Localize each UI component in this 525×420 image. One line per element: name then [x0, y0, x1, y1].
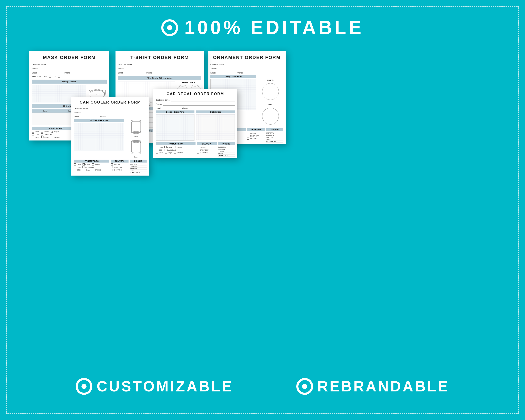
- cardecal-cod-row: COD Credit Card: [156, 149, 196, 151]
- cardecal-shipping-cb[interactable]: [197, 152, 199, 154]
- cancooler-etsy-cb[interactable]: [74, 169, 76, 171]
- cancooler-etsy-row: ETSY Stripe OTHER: [74, 169, 109, 171]
- cardecal-pickup-label: PICKUP: [200, 146, 206, 148]
- customizable-icon: [75, 378, 92, 395]
- cardecal-subtotal-row: SUBTOTAL: [218, 146, 235, 148]
- ornament-dropoff-cb[interactable]: [247, 135, 249, 137]
- footer: CUSTOMIZABLE REBRANDABLE: [0, 372, 525, 407]
- cardecal-pickup-row: PICKUP: [197, 146, 217, 148]
- cancooler-check-cb[interactable]: [83, 163, 85, 166]
- rebrandable-item: REBRANDABLE: [296, 378, 450, 395]
- mask-email-line: [38, 71, 63, 74]
- cancooler-cod-row: COD Credit Card: [74, 166, 109, 168]
- cardecal-email-line: [162, 107, 181, 110]
- ornament-customer-name-line: [226, 63, 283, 66]
- cancooler-pricing-col: PRICING SUBTOTAL DISCOUNT SHIPPING TAXES…: [130, 160, 147, 174]
- cardecal-pickup-cb[interactable]: [197, 146, 199, 148]
- svg-line-2: [89, 90, 90, 91]
- cancooler-design-title: Design/Order Notes: [74, 119, 124, 122]
- cancooler-dropoff-row: DROP OFF: [111, 166, 129, 168]
- cardecal-dropoff-cb[interactable]: [197, 149, 199, 151]
- mask-stripe-checkbox[interactable]: [41, 136, 44, 138]
- cardecal-form-title: CAR DECAL ORDER FORM: [153, 89, 237, 98]
- mask-no-checkbox[interactable]: [58, 75, 60, 78]
- ornament-shipping-cb[interactable]: [247, 138, 249, 140]
- mask-cod-label: COD: [35, 134, 39, 135]
- cardecal-stripe-cb[interactable]: [165, 152, 167, 154]
- svg-rect-8: [74, 123, 124, 150]
- cardecal-dropoff-row: DROP OFF: [197, 149, 217, 151]
- mask-rush-row: Rush order Yes No: [29, 75, 109, 78]
- cancooler-shipping-label: SHIPPING: [114, 169, 122, 171]
- cancooler-cod-cb[interactable]: [74, 166, 76, 168]
- cardecal-sketch-col: Sketch / Idea: [196, 111, 235, 140]
- cancooler-delivery-title: DELIVERY: [111, 160, 129, 163]
- cancooler-check-label: Check: [85, 164, 90, 166]
- mask-cash-checkbox[interactable]: [32, 131, 34, 133]
- ornament-grandtotal-row: GRAND TOTAL: [266, 140, 283, 143]
- cancooler-dropoff-cb[interactable]: [111, 166, 113, 168]
- tshirt-form-title: T-SHIRT ORDER FORM: [115, 51, 204, 62]
- mask-paypal-checkbox[interactable]: [51, 131, 53, 133]
- cancooler-back-img: back: [130, 140, 142, 158]
- cardecal-paypal-cb[interactable]: [174, 146, 176, 148]
- cancooler-pickup-cb[interactable]: [111, 163, 113, 166]
- customizable-icon-inner: [82, 384, 86, 389]
- mask-rush-label: Rush order: [32, 75, 41, 78]
- cancooler-paypal-cb[interactable]: [92, 163, 94, 166]
- cardecal-check-cb[interactable]: [164, 146, 167, 148]
- mask-etsy-checkbox[interactable]: [32, 136, 34, 138]
- tshirt-address-line: [126, 67, 201, 70]
- cardecal-shipping-row2: SHIPPING: [218, 150, 235, 152]
- cancooler-stripe-cb[interactable]: [83, 169, 85, 171]
- tshirt-phone-line: [153, 71, 201, 74]
- cardecal-cash-cb[interactable]: [156, 146, 158, 148]
- cancooler-email-row: Email: Phone:: [71, 115, 149, 119]
- header-title: 100% EDITABLE: [184, 17, 364, 38]
- mask-yes-checkbox[interactable]: [49, 75, 51, 78]
- mask-customer-name-line: [47, 63, 107, 66]
- cardecal-check-label: Check: [167, 146, 172, 148]
- tshirt-front-back-labels: FRONT: BACK:: [182, 82, 196, 83]
- mask-stripe-label: Stripe: [44, 136, 49, 138]
- cancooler-cash-cb[interactable]: [74, 163, 76, 166]
- cancooler-other-cb[interactable]: [92, 169, 94, 171]
- cancooler-taxes-row: TAXES: [130, 170, 147, 172]
- ornament-pickup-label: PICKUP: [250, 132, 256, 134]
- cardecal-etsy-cb[interactable]: [156, 152, 158, 154]
- tshirt-customer-name-label: Customer Name:: [118, 63, 132, 65]
- cardecal-other-label: OTHER: [177, 152, 183, 154]
- ornament-discount-row: DISCOUNT: [266, 134, 283, 136]
- cardecal-grandtotal-row: GRAND TOTAL: [218, 155, 235, 157]
- mask-email-row: Email: Phone:: [29, 71, 109, 75]
- ornament-pickup-cb[interactable]: [247, 132, 249, 134]
- ornament-form-title: ORNAMENT ORDER FORM: [208, 51, 286, 62]
- ornament-email-label: Email:: [210, 72, 216, 74]
- cancooler-customer-name-line: [89, 107, 147, 110]
- rebrandable-label: REBRANDABLE: [317, 378, 450, 395]
- cancooler-shipping-cb[interactable]: [111, 169, 113, 171]
- tshirt-phone-label: Phone:: [146, 72, 152, 74]
- cardecal-cc-cb[interactable]: [164, 149, 166, 151]
- ornament-pickup-row: PICKUP: [247, 132, 265, 134]
- cancooler-order-form: CAN COOLER ORDER FORM Customer Name: Add…: [71, 97, 149, 176]
- cardecal-pricing-title: PRICING: [218, 142, 235, 145]
- cancooler-cc-cb[interactable]: [82, 166, 84, 168]
- mask-other-label: OTHER: [54, 136, 60, 138]
- svg-rect-18: [196, 114, 234, 140]
- cardecal-phone-line: [189, 107, 235, 110]
- mask-other-checkbox[interactable]: [51, 136, 53, 138]
- cardecal-stripe-label: Stripe: [168, 152, 172, 154]
- mask-check-checkbox[interactable]: [41, 131, 43, 133]
- cardecal-payment-section: PAYMENT INFO Cash Check Paypal COD Credi…: [153, 142, 237, 158]
- cardecal-cash-label: Cash: [159, 146, 163, 148]
- ornament-shipping-row: SHIPPING: [247, 138, 265, 140]
- cardecal-customer-name-line: [171, 99, 235, 102]
- mask-cod-checkbox[interactable]: [32, 133, 34, 135]
- mask-cc-checkbox[interactable]: [41, 133, 43, 135]
- tshirt-address-label: Adress:: [118, 68, 124, 70]
- cardecal-cod-cb[interactable]: [156, 149, 158, 151]
- mask-form-title: MASK ORDER FORM: [29, 51, 109, 62]
- cardecal-order-form: CAR DECAL ORDER FORM Customer Name: Adre…: [153, 89, 237, 158]
- cardecal-other-cb[interactable]: [174, 152, 176, 154]
